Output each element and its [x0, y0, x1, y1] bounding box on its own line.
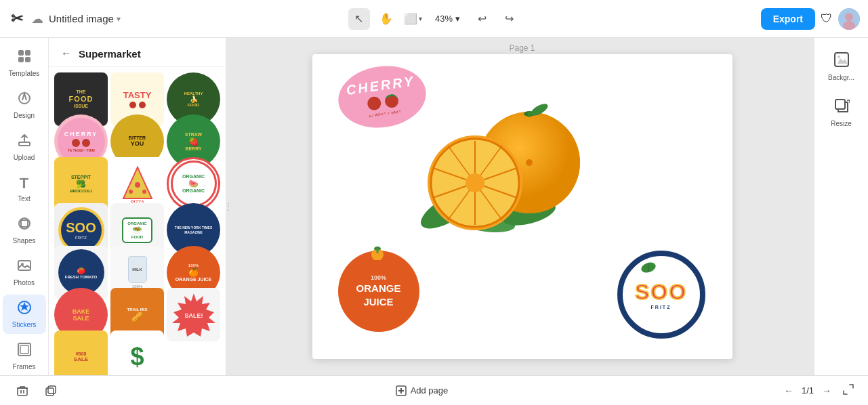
trash-button[interactable] — [11, 382, 34, 400]
zoom-level-text: 43% — [435, 14, 453, 24]
soo-badge-element[interactable]: SOO FRITZ — [617, 251, 705, 339]
icon-nav: Templates Design Upload T Text Shapes — [0, 38, 49, 375]
background-icon — [833, 51, 850, 71]
svg-rect-15 — [20, 345, 28, 354]
svg-rect-10 — [21, 220, 28, 227]
frames-icon — [17, 342, 32, 360]
undo-button[interactable]: ↩ — [471, 8, 493, 30]
add-page-icon — [396, 385, 407, 396]
stickers-icon — [17, 300, 32, 318]
svg-rect-49 — [835, 100, 845, 109]
upload-label: Upload — [14, 154, 35, 161]
oranges-image — [394, 95, 597, 251]
hand-tool-button[interactable]: ✋ — [375, 8, 397, 30]
svg-rect-4 — [25, 50, 30, 56]
title-chevron-icon: ▾ — [117, 14, 121, 24]
svg-rect-6 — [25, 57, 30, 62]
duplicate-button[interactable] — [39, 382, 62, 400]
bottom-left — [11, 382, 62, 400]
frames-label: Frames — [13, 363, 36, 370]
stickers-label: Stickers — [12, 321, 37, 328]
panel-header: ← Supermarket — [49, 38, 226, 67]
doc-title-text: Untitled image — [49, 13, 114, 24]
sticker-organic[interactable]: ORGANIC 🍉 ORGANIC — [167, 157, 220, 211]
design-icon — [17, 91, 32, 109]
resize-icon — [833, 98, 850, 117]
sidebar-item-frames[interactable]: Frames — [3, 337, 46, 375]
sidebar-item-text[interactable]: T Text — [3, 169, 46, 208]
resize-panel-button[interactable]: Resize — [818, 92, 865, 133]
zoom-button[interactable]: 43% ▾ — [430, 11, 466, 26]
duplicate-icon — [45, 385, 57, 397]
oj-bot-text: JUICE — [363, 295, 393, 309]
shapes-icon — [17, 216, 32, 234]
shapes-label: Shapes — [13, 237, 36, 244]
frame-chevron-icon: ▾ — [419, 15, 422, 22]
svg-point-1 — [845, 13, 853, 21]
panel-title: Supermarket — [79, 48, 141, 60]
resize-label: Resize — [831, 120, 852, 127]
text-label: Text — [18, 195, 30, 202]
svg-point-32 — [526, 159, 533, 166]
zoom-chevron-icon: ▾ — [455, 14, 460, 24]
templates-label: Templates — [9, 70, 40, 77]
design-label: Design — [14, 112, 35, 119]
app-logo: ✂ — [8, 10, 26, 28]
background-panel-button[interactable]: Backgr... — [818, 46, 865, 87]
add-page-button[interactable]: Add page — [390, 383, 454, 399]
sticker-grid: THE FOOD ISSUE TASTY HEALTHY 🍌 — [49, 67, 226, 375]
sticker-steppit-broccoli[interactable]: STEPPIT 🥦 BROCCOLI — [54, 157, 108, 211]
sidebar-item-shapes[interactable]: Shapes — [3, 211, 46, 250]
expand-button[interactable] — [840, 381, 857, 401]
sticker-dollar[interactable]: $ — [110, 331, 164, 375]
orange-juice-badge[interactable]: 100% ORANGE JUICE — [338, 251, 419, 332]
topbar-right: Export 🛡 — [525, 8, 860, 30]
cherry-dot-1 — [366, 95, 381, 111]
svg-point-18 — [129, 190, 133, 194]
oj-mid-text: ORANGE — [356, 282, 401, 295]
prev-page-button[interactable]: ← — [781, 383, 796, 399]
sticker-price-tag[interactable]: ¥808 SALE — [54, 331, 108, 375]
svg-point-40 — [466, 173, 484, 192]
sidebar-item-photos[interactable]: Photos — [3, 253, 46, 292]
svg-rect-44 — [376, 249, 378, 253]
soo-sub-text: FRITZ — [651, 305, 671, 310]
soo-main-text: SOO — [635, 280, 687, 305]
svg-rect-3 — [18, 50, 24, 56]
right-panel: Backgr... Resize — [814, 38, 868, 375]
sidebar-item-stickers[interactable]: Stickers — [3, 295, 46, 334]
text-icon: T — [20, 175, 28, 192]
templates-icon — [17, 49, 32, 67]
canvas-page[interactable]: CHERRY ᴛɴɪᴍ + ᴛʜɢɪɴ ʟᴀ — [312, 54, 732, 359]
sticker-pizza[interactable]: PIZZA — [110, 157, 164, 211]
shield-icon: 🛡 — [821, 12, 833, 26]
sidebar-item-templates[interactable]: Templates — [3, 43, 46, 83]
next-page-button[interactable]: → — [819, 383, 834, 399]
oj-top-text: 100% — [371, 274, 386, 282]
page-label: Page 1 — [509, 43, 535, 53]
select-tool-button[interactable]: ↖ — [348, 8, 370, 30]
photos-icon — [17, 258, 32, 276]
sticker-sale-burst[interactable]: SALE! — [167, 288, 220, 341]
canvas-content[interactable]: CHERRY ᴛɴɪᴍ + ᴛʜɢɪɴ ʟᴀ — [230, 38, 814, 375]
svg-rect-30 — [528, 112, 531, 117]
svg-text:SALE!: SALE! — [184, 312, 203, 319]
svg-point-17 — [135, 182, 140, 188]
expand-icon — [842, 383, 854, 396]
bottom-bar: Add page ← 1/1 → — [0, 375, 868, 405]
panel-back-button[interactable]: ← — [60, 46, 73, 61]
svg-point-48 — [838, 56, 840, 58]
svg-rect-53 — [46, 388, 54, 396]
export-button[interactable]: Export — [761, 8, 815, 30]
sidebar-item-upload[interactable]: Upload — [3, 127, 46, 167]
background-label: Backgr... — [828, 74, 854, 81]
bottom-right: ← 1/1 → — [781, 381, 857, 401]
photos-label: Photos — [14, 279, 35, 286]
svg-point-19 — [142, 190, 146, 194]
redo-button[interactable]: ↪ — [498, 8, 520, 30]
main-layout: Templates Design Upload T Text Shapes — [0, 38, 868, 375]
topbar: ✂ ☁ Untitled image ▾ ↖ ✋ ⬜ ▾ 43% ▾ ↩ ↪ E… — [0, 0, 868, 38]
sidebar-item-design[interactable]: Design — [3, 85, 46, 125]
doc-title-button[interactable]: Untitled image ▾ — [49, 13, 121, 24]
frame-tool-button[interactable]: ⬜ ▾ — [402, 8, 424, 30]
